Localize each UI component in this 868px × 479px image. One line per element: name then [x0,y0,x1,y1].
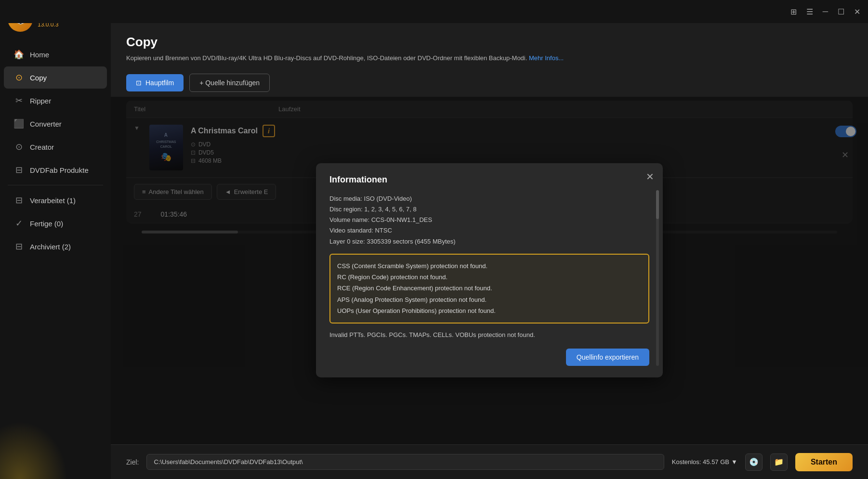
sidebar-item-copy[interactable]: ⊙ Copy [4,66,107,89]
modal-overlay: Informationen ✕ Disc media: ISO (DVD-Vid… [111,97,868,445]
sidebar-item-label-home: Home [30,51,49,59]
verarbeitet-icon: ⊟ [13,195,24,206]
maximize-icon[interactable]: ☐ [838,7,844,16]
content-body: Titel Laufzeit ▼ A CHRISTMASCAROL 🎭 A Ch… [111,97,868,445]
quelle-hinzufuegen-button[interactable]: + Quelle hinzufügen [189,74,270,92]
modal-footer-text: Invalid PTTs. PGCIs. PGCs. TMAPs. CELLs.… [329,330,649,340]
sidebar-item-converter[interactable]: ⬛ Converter [4,113,107,135]
menu-icon[interactable]: ☰ [806,7,813,16]
folder-button[interactable]: 📁 [770,453,788,471]
page-title: Copy [126,35,853,50]
modal-actions: Quellinfo exportieren [329,349,649,366]
layer-size: Layer 0 size: 3305339 sectors (6455 MByt… [329,236,649,247]
sidebar-item-dvdfab-produkte[interactable]: ⊟ DVDFab Produkte [4,159,107,181]
modal-scrollbar [656,190,659,366]
target-path[interactable]: C:\Users\fab\Documents\DVDFab\DVDFab13\O… [146,454,664,470]
ripper-icon: ✂ [13,95,24,106]
modal-scroll-track [656,190,659,366]
protection-box: CSS (Content Scramble System) protection… [329,254,649,324]
sidebar-item-fertige[interactable]: ✓ Fertige (0) [4,212,107,234]
disc-media: Disc media: ISO (DVD-Video) [329,194,649,204]
copy-icon: ⊙ [13,72,24,83]
iso-icon: 💿 [749,457,759,466]
modal-disc-info: Disc media: ISO (DVD-Video) Disc region:… [329,194,649,246]
info-modal: Informationen ✕ Disc media: ISO (DVD-Vid… [316,163,663,377]
protection-rce: RCE (Region Code Enhancement) protection… [337,283,642,294]
target-label: Ziel: [126,458,139,466]
fertige-icon: ✓ [13,218,24,229]
sidebar-decoration [0,421,111,479]
sidebar-item-ripper[interactable]: ✂ Ripper [4,90,107,112]
modal-close-button[interactable]: ✕ [646,171,654,182]
sidebar-item-label-ripper: Ripper [30,97,51,105]
archiviert-icon: ⊟ [13,241,24,252]
protection-css: CSS (Content Scramble System) protection… [337,260,642,272]
close-icon[interactable]: ✕ [854,7,860,16]
titlebar: ⊞ ☰ ─ ☐ ✕ [0,0,868,23]
produkte-icon: ⊟ [13,165,24,175]
converter-icon: ⬛ [13,118,24,129]
modal-scroll-thumb[interactable] [656,190,659,219]
iso-button[interactable]: 💿 [745,453,763,471]
sidebar-item-label-fertige: Fertige (0) [30,220,63,228]
volume-name: Volume name: CCS-0N-NW1.1_DES [329,215,649,225]
sidebar-nav: 🏠 Home ⊙ Copy ✂ Ripper ⬛ Converter ⊙ Cre… [0,39,111,421]
page-description: Kopieren und Brennen von DVD/Blu-ray/4K … [126,53,853,63]
disc-region: Disc region: 1, 2, 3, 4, 5, 6, 7, 8 [329,204,649,215]
more-info-link[interactable]: Mehr Infos... [529,54,564,62]
content-header: Copy Kopieren und Brennen von DVD/Blu-ra… [111,23,868,69]
sidebar-item-label-archiviert: Archiviert (2) [30,243,71,251]
start-button[interactable]: Starten [795,453,853,471]
export-button[interactable]: Quellinfo exportieren [566,349,649,366]
sidebar: 🦊 DVDFab 13.0.0.3 🏠 Home ⊙ Copy ✂ Ripper… [0,0,111,479]
bottom-bar: Ziel: C:\Users\fab\Documents\DVDFab\DVDF… [111,444,868,479]
creator-icon: ⊙ [13,142,24,152]
protection-uops: UOPs (User Operation Prohibitions) prote… [337,305,642,316]
minimize-icon[interactable]: ─ [823,7,828,16]
sidebar-item-creator[interactable]: ⊙ Creator [4,136,107,158]
sidebar-item-home[interactable]: 🏠 Home [4,43,107,65]
folder-icon: 📁 [774,457,784,466]
sidebar-item-verarbeitet[interactable]: ⊟ Verarbeitet (1) [4,189,107,211]
sidebar-item-label-copy: Copy [30,74,47,82]
main-content: Copy Kopieren und Brennen von DVD/Blu-ra… [111,23,868,479]
protection-aps: APS (Analog Protection System) protectio… [337,294,642,305]
sidebar-item-label-creator: Creator [30,143,54,151]
grid-icon[interactable]: ⊞ [790,7,797,16]
toolbar: ⊡ Hauptfilm + Quelle hinzufügen [111,69,868,97]
free-space: Kostenlos: 45.57 GB ▼ [672,458,737,466]
video-standard: Video standard: NTSC [329,225,649,236]
sidebar-item-label-converter: Converter [30,120,62,128]
modal-title: Informationen [329,175,649,185]
protection-rc: RC (Region Code) protection not found. [337,272,642,283]
deco-glow [0,421,67,479]
protection-text: CSS (Content Scramble System) protection… [337,260,642,317]
sidebar-item-label-produkte: DVDFab Produkte [30,166,89,174]
sidebar-item-label-verarbeitet: Verarbeitet (1) [30,196,76,205]
home-icon: 🏠 [13,49,24,60]
hauptfilm-button[interactable]: ⊡ Hauptfilm [126,74,184,91]
hauptfilm-icon: ⊡ [136,79,142,87]
nav-divider [8,185,103,185]
sidebar-item-archiviert[interactable]: ⊟ Archiviert (2) [4,235,107,258]
dropdown-chevron-icon[interactable]: ▼ [731,458,737,466]
